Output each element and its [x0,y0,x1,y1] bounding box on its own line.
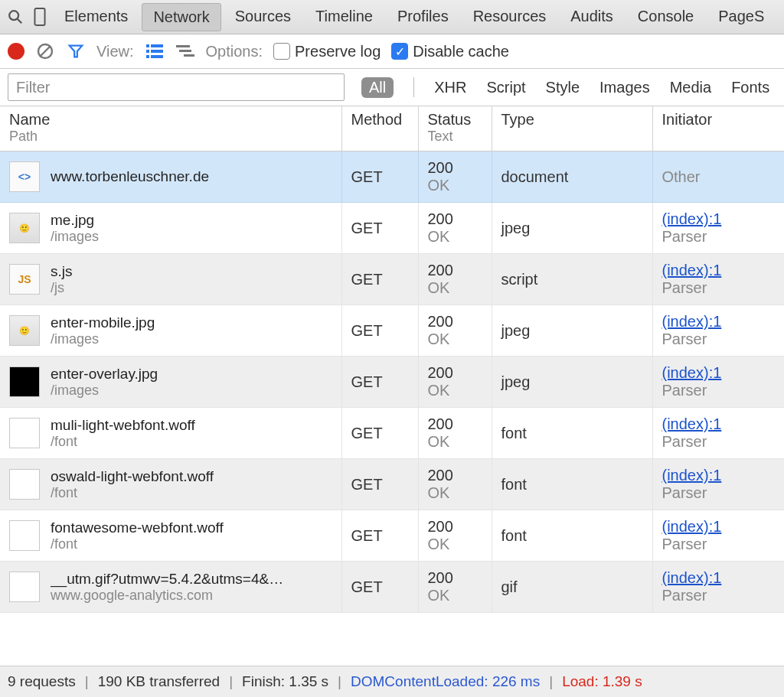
method-cell: GET [341,357,418,408]
view-label: View: [96,43,134,60]
disable-cache-checkbox[interactable]: ✓ Disable cache [391,43,509,60]
filter-tab-media[interactable]: Media [670,79,711,96]
resource-path: www.google-analytics.com [51,588,283,604]
filter-tab-all[interactable]: All [361,77,394,98]
resource-name: s.js [51,263,73,280]
devtools-tabstrip: ElementsNetworkSourcesTimelineProfilesRe… [0,0,784,34]
status-bar: 9 requests | 190 KB transferred | Finish… [0,666,784,697]
method-cell: GET [341,510,418,562]
svg-rect-11 [151,55,163,58]
preserve-log-label: Preserve log [295,43,381,60]
tab-timeline[interactable]: Timeline [305,3,384,31]
col-method[interactable]: Method [341,106,418,151]
initiator-link[interactable]: (index):1 [662,262,775,279]
col-type[interactable]: Type [492,106,652,151]
svg-rect-12 [176,45,190,47]
svg-rect-2 [34,8,44,25]
tab-elements[interactable]: Elements [54,3,139,31]
resource-thumb-icon [9,418,40,448]
initiator-link[interactable]: (index):1 [662,210,775,228]
method-cell: GET [341,562,418,613]
view-waterfall-icon[interactable] [175,41,195,61]
resource-thumb-icon: JS [9,264,40,295]
network-row[interactable]: oswald-light-webfont.woff/fontGET200OKfo… [0,459,784,510]
status-text: OK [428,587,482,604]
network-row[interactable]: enter-overlay.jpg/imagesGET200OKjpeg(ind… [0,357,784,408]
filter-tab-script[interactable]: Script [486,79,525,96]
view-list-icon[interactable] [145,41,165,61]
type-cell: font [492,510,652,562]
col-initiator[interactable]: Initiator [652,106,784,151]
svg-rect-9 [151,50,163,53]
initiator-link[interactable]: (index):1 [662,415,775,433]
network-row[interactable]: 🙂enter-mobile.jpg/imagesGET200OKjpeg(ind… [0,305,784,357]
col-status[interactable]: Status Text [418,106,492,151]
status-code: 200 [428,210,482,228]
col-name[interactable]: Name Path [0,106,341,151]
preserve-log-checkbox[interactable]: Preserve log [273,43,381,60]
initiator-link[interactable]: (index):1 [662,313,775,331]
filter-tab-xhr[interactable]: XHR [434,79,466,96]
svg-rect-13 [179,50,191,52]
initiator-link[interactable]: (index):1 [662,467,775,484]
tab-audits[interactable]: Audits [560,3,624,31]
resource-thumb-icon [9,520,40,551]
resource-name: www.torbenleuschner.de [51,168,209,185]
method-cell: GET [341,151,418,203]
status-load: Load: 1.39 s [562,673,642,690]
resource-name: oswald-light-webfont.woff [51,468,214,485]
status-text: OK [428,484,482,502]
device-icon[interactable] [29,6,51,28]
svg-rect-7 [151,44,163,47]
resource-thumb-icon [9,469,40,500]
status-transferred: 190 KB transferred [98,673,220,690]
type-cell: jpeg [492,203,652,254]
status-finish: Finish: 1.35 s [242,673,328,690]
tab-console[interactable]: Console [627,3,704,31]
tab-pages[interactable]: PageS [707,3,775,31]
filter-tab-images[interactable]: Images [599,79,650,96]
status-text: OK [428,177,482,194]
initiator-link[interactable]: (index):1 [662,518,775,536]
network-row[interactable]: muli-light-webfont.woff/fontGET200OKfont… [0,408,784,459]
search-icon[interactable] [5,6,26,28]
resource-name: me.jpg [51,212,99,229]
initiator-link[interactable]: (index):1 [662,569,775,587]
record-button[interactable] [8,43,24,60]
filter-input[interactable] [8,73,345,101]
type-cell: jpeg [492,305,652,357]
network-row[interactable]: 🙂me.jpg/imagesGET200OKjpeg(index):1Parse… [0,203,784,254]
resource-path: /font [51,485,214,501]
status-text: OK [428,382,482,399]
options-label: Options: [206,43,263,60]
filter-tab-fonts[interactable]: Fonts [731,79,769,96]
status-text: OK [428,536,482,553]
svg-marker-5 [70,46,83,57]
status-text: OK [428,433,482,451]
type-cell: jpeg [492,357,652,408]
resource-thumb-icon: 🙂 [9,213,40,243]
tab-sources[interactable]: Sources [224,3,302,31]
tab-profiles[interactable]: Profiles [387,3,459,31]
type-cell: gif [492,562,652,613]
network-row[interactable]: <>www.torbenleuschner.deGET200OKdocument… [0,151,784,203]
filter-tab-style[interactable]: Style [546,79,580,96]
tab-resources[interactable]: Resources [462,3,557,31]
resource-path: /images [51,229,99,245]
method-cell: GET [341,408,418,459]
svg-line-1 [18,19,22,24]
status-code: 200 [428,415,482,433]
filter-icon[interactable] [66,41,86,61]
resource-name: muli-light-webfont.woff [51,417,195,434]
network-row[interactable]: __utm.gif?utmwv=5.4.2&utms=4&…www.google… [0,562,784,613]
initiator-link[interactable]: (index):1 [662,364,775,382]
network-row[interactable]: fontawesome-webfont.woff/fontGET200OKfon… [0,510,784,562]
network-row[interactable]: JSs.js/jsGET200OKscript(index):1Parser [0,254,784,305]
status-text: OK [428,228,482,246]
svg-line-4 [40,46,51,57]
tab-network[interactable]: Network [142,3,220,31]
resource-thumb-icon: 🙂 [9,315,40,346]
clear-icon[interactable] [35,41,55,61]
status-code: 200 [428,467,482,484]
status-text: OK [428,279,482,297]
